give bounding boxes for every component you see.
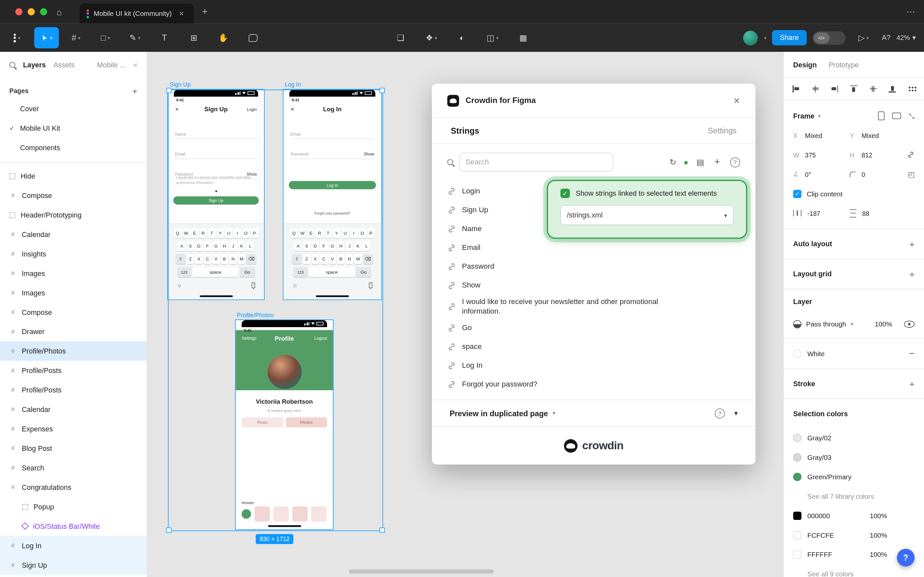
add-string-button[interactable]: +: [714, 156, 720, 168]
string-row[interactable]: Forgot your password?: [447, 375, 740, 394]
expand-icon[interactable]: ▾: [734, 409, 738, 417]
maximize-window-button[interactable]: [40, 8, 47, 15]
share-button[interactable]: Share: [772, 30, 806, 45]
selection-handle[interactable]: [380, 527, 385, 533]
add-stroke-button[interactable]: +: [910, 379, 915, 388]
tab-settings[interactable]: Settings: [708, 126, 737, 135]
color-row[interactable]: Green/Primary: [793, 467, 915, 486]
pages-icon[interactable]: ▤: [696, 158, 704, 167]
user-avatar[interactable]: [744, 31, 758, 45]
checkbox-checked[interactable]: ✓: [793, 190, 802, 198]
layer-row[interactable]: Profile/Posts: [0, 361, 147, 380]
color-row[interactable]: FCFCFE 100%: [793, 525, 915, 545]
tab-prototype[interactable]: Prototype: [829, 60, 859, 69]
layout-grid-toggle-button[interactable]: ▦: [511, 27, 536, 48]
add-page-button[interactable]: +: [132, 86, 137, 96]
resize-to-fit-icon[interactable]: ⤡: [909, 111, 914, 120]
home-icon[interactable]: ⌂: [56, 7, 62, 17]
tidy-up-icon[interactable]: [908, 84, 916, 93]
layer-row[interactable]: iOS/Status Bar/White: [0, 516, 147, 536]
search-input[interactable]: [459, 153, 613, 171]
layer-row[interactable]: Hide: [0, 166, 147, 186]
present-button[interactable]: ▷ ▾: [851, 27, 876, 48]
x-field[interactable]: X Mixed: [793, 132, 850, 139]
layer-row[interactable]: Expenses: [0, 419, 147, 439]
checkbox-checked[interactable]: ✓: [560, 189, 570, 198]
new-tab-button[interactable]: +: [202, 6, 208, 17]
help-icon[interactable]: ?: [715, 408, 725, 418]
frame-label-signup[interactable]: Sign Up: [170, 81, 191, 88]
color-row[interactable]: See all 9 colors: [793, 564, 915, 577]
resources-tool-button[interactable]: ⊞: [182, 27, 206, 48]
layer-row[interactable]: Calendar: [0, 400, 147, 419]
layer-row[interactable]: Blog Post: [0, 439, 147, 458]
color-row[interactable]: See all 7 library colors: [793, 486, 915, 506]
login-frame[interactable]: 9:41 Log In ✕ Email Password Show: [283, 89, 381, 300]
height-field[interactable]: H 812: [850, 151, 906, 158]
layer-row[interactable]: Insights: [0, 244, 147, 263]
selection-handle[interactable]: [166, 527, 172, 533]
color-row[interactable]: 000000 100%: [793, 506, 915, 525]
fill-color-swatch[interactable]: [793, 350, 802, 358]
pen-tool-button[interactable]: ✎ ▾: [122, 27, 147, 48]
align-top-icon[interactable]: [850, 84, 858, 93]
shape-tool-button[interactable]: □ ▾: [93, 27, 118, 48]
search-icon[interactable]: [10, 62, 16, 68]
layer-row[interactable]: Compose: [0, 185, 147, 205]
file-tab[interactable]: Mobile UI kit (Community) ✕: [79, 4, 194, 24]
frame-label-login[interactable]: Log In: [285, 81, 301, 88]
dev-mode-toggle[interactable]: </>: [813, 31, 845, 45]
string-row[interactable]: I would like to receive your newsletter …: [447, 295, 740, 318]
frame-label-profile[interactable]: Profile/Photos: [237, 312, 274, 319]
horizontal-scrollbar[interactable]: [349, 569, 494, 574]
layer-row[interactable]: Compose: [0, 302, 147, 322]
blend-mode-icon[interactable]: [793, 320, 802, 328]
fill-style-name[interactable]: White: [807, 350, 825, 357]
string-row[interactable]: Go: [447, 318, 740, 337]
layer-row[interactable]: Log In: [0, 536, 147, 555]
align-horizontal-center-icon[interactable]: [811, 84, 819, 93]
boolean-groups-button[interactable]: ◫ ▾: [480, 27, 505, 48]
comment-tool-button[interactable]: [241, 27, 265, 48]
align-vertical-center-icon[interactable]: [869, 84, 877, 93]
close-dialog-icon[interactable]: ✕: [733, 96, 740, 105]
tab-strings[interactable]: Strings: [451, 126, 479, 135]
close-tab-icon[interactable]: ✕: [179, 10, 184, 17]
align-bottom-icon[interactable]: [889, 84, 897, 93]
layer-row[interactable]: Images: [0, 283, 147, 302]
layer-row[interactable]: Drawer: [0, 322, 147, 341]
add-auto-layout-button[interactable]: +: [910, 239, 915, 249]
create-component-button[interactable]: ❖ ▾: [419, 27, 444, 48]
y-field[interactable]: Y Mixed: [850, 132, 906, 139]
tab-layers[interactable]: Layers: [23, 61, 46, 69]
add-layout-grid-button[interactable]: +: [910, 269, 915, 279]
string-row[interactable]: Email: [447, 238, 740, 257]
visibility-eye-icon[interactable]: [904, 321, 914, 327]
layer-row[interactable]: Popup: [0, 497, 147, 516]
landscape-icon[interactable]: [892, 113, 901, 119]
color-row[interactable]: Gray/03: [793, 447, 915, 467]
page-row[interactable]: Cover: [0, 99, 147, 119]
move-tool-button[interactable]: ▾: [34, 27, 59, 48]
chevron-down-icon[interactable]: ▾: [764, 35, 766, 40]
horizontal-offset-field[interactable]: -187: [793, 210, 850, 216]
layer-row[interactable]: Search: [0, 458, 147, 477]
layer-row[interactable]: Congratulations: [0, 477, 147, 497]
preview-label[interactable]: Preview in duplicated page: [449, 409, 548, 417]
layer-row[interactable]: Images: [0, 263, 147, 283]
profile-frame[interactable]: Profile Settings Logout 9:41 Victoriia R…: [236, 320, 333, 529]
shortcuts-badge[interactable]: A?: [882, 34, 890, 42]
color-row[interactable]: Gray/02: [793, 428, 915, 447]
help-button[interactable]: ?: [897, 549, 915, 566]
opacity-value[interactable]: 100%: [875, 321, 892, 327]
frame-tool-button[interactable]: # ▾: [64, 27, 89, 48]
independent-corners[interactable]: ◰: [908, 170, 914, 178]
align-left-icon[interactable]: [792, 84, 800, 93]
color-row[interactable]: FFFFFF 100%: [793, 545, 915, 564]
text-tool-button[interactable]: T: [152, 27, 177, 48]
corner-radius-field[interactable]: 0: [850, 171, 906, 177]
layer-row[interactable]: Calendar: [0, 224, 147, 244]
signup-frame[interactable]: 9:41 Sign Up ✕ Login Name Email: [168, 89, 264, 300]
layer-row[interactable]: Profile/Posts: [0, 380, 147, 400]
minimize-window-button[interactable]: [28, 8, 35, 15]
